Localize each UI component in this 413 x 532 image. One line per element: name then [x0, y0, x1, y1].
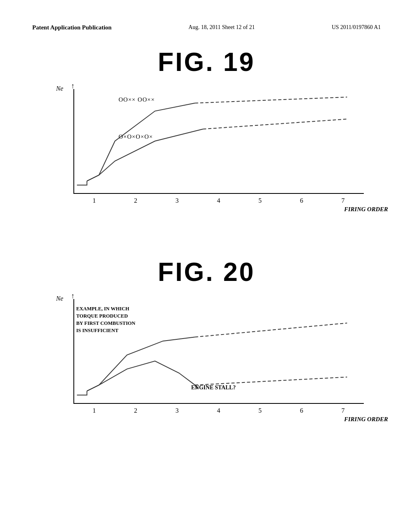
fig19-x6: 6	[300, 197, 303, 204]
fig19-x-axis-numbers: 1 2 3 4 5 6 7	[73, 197, 364, 204]
header-date-sheet: Aug. 18, 2011 Sheet 12 of 21	[188, 24, 254, 31]
fig19-section: FIG. 19 ↑ Ne OO×× OO×× O×O×O×O×	[32, 47, 381, 213]
fig20-chart-svg	[74, 299, 364, 403]
fig20-chart: ↑ Ne EXAMPLE, IN WHICH TORQUE PRODUCED B…	[49, 299, 364, 423]
fig20-x4: 4	[217, 407, 220, 414]
page-header: Patent Application Publication Aug. 18, …	[32, 24, 381, 31]
fig19-x7: 7	[341, 197, 344, 204]
fig20-section: FIG. 20 ↑ Ne EXAMPLE, IN WHICH TORQUE PR…	[32, 257, 381, 423]
fig19-x5: 5	[259, 197, 262, 204]
svg-line-1	[203, 119, 347, 129]
fig20-x-axis-numbers: 1 2 3 4 5 6 7	[73, 407, 364, 414]
fig20-chart-area: ↑ Ne EXAMPLE, IN WHICH TORQUE PRODUCED B…	[73, 299, 364, 404]
fig19-x-axis-label: FIRING ORDER	[73, 206, 388, 213]
section-gap	[32, 237, 381, 257]
svg-line-2	[195, 323, 347, 337]
svg-line-4	[195, 377, 347, 385]
header-patent-number: US 2011/0197860 A1	[332, 24, 381, 31]
fig19-x4: 4	[217, 197, 220, 204]
fig20-x6: 6	[300, 407, 303, 414]
fig19-x1: 1	[92, 197, 96, 204]
fig19-y-axis-label: Ne	[56, 85, 63, 92]
svg-line-3	[195, 385, 197, 389]
header-publication-label: Patent Application Publication	[32, 24, 112, 31]
svg-line-0	[195, 97, 347, 103]
fig19-firing-order-label: FIRING ORDER	[344, 206, 388, 212]
fig19-x2: 2	[134, 197, 137, 204]
fig20-firing-order-label: FIRING ORDER	[344, 416, 388, 422]
fig20-x7: 7	[341, 407, 344, 414]
fig19-chart-area: ↑ Ne OO×× OO×× O×O×O×O×	[73, 89, 364, 194]
fig20-x5: 5	[259, 407, 262, 414]
page: Patent Application Publication Aug. 18, …	[0, 0, 413, 532]
fig20-y-axis-label: Ne	[56, 295, 63, 302]
fig20-x1: 1	[92, 407, 96, 414]
fig19-chart: ↑ Ne OO×× OO×× O×O×O×O×	[49, 89, 364, 213]
fig19-chart-svg	[74, 89, 364, 193]
fig19-x3: 3	[175, 197, 179, 204]
fig20-x3: 3	[175, 407, 179, 414]
fig20-x2: 2	[134, 407, 137, 414]
fig20-x-axis-label: FIRING ORDER	[73, 416, 388, 423]
fig20-title: FIG. 20	[32, 257, 381, 287]
fig19-title: FIG. 19	[32, 47, 381, 77]
